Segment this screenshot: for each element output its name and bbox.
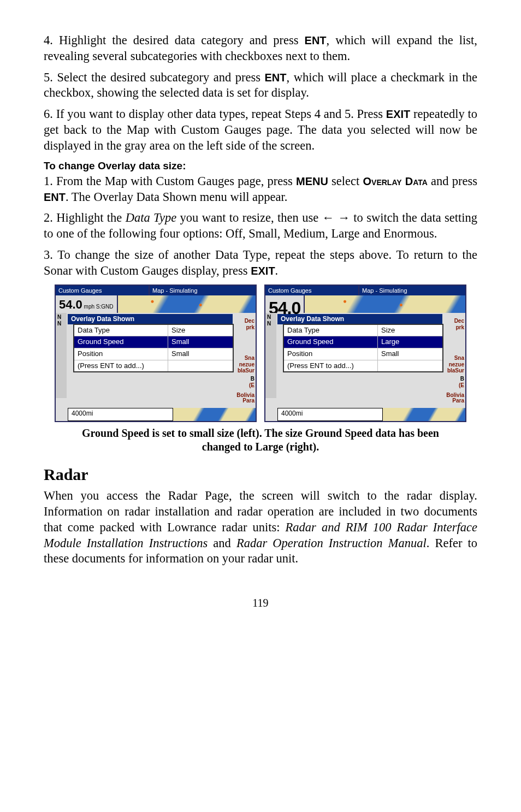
map-label-para: Para [452,398,464,404]
list-item[interactable]: Ground Speed Large [284,336,442,348]
compass-n-right: N N [265,313,276,398]
figure-right-gauge-row: 54.0 Dec prk Sna nezue blaSur B (E Boliv… [265,295,465,313]
map-label-nezue: nezue [239,362,254,368]
figure-left-gauge-row: 54.0 mph S:GND Dec prk Sna nezue blaSur … [56,295,256,313]
row-size: Small [378,348,442,360]
row-size: Small [168,348,233,360]
map-label-prk: prk [246,325,254,330]
ov-step-2-a: 2. Highlight the [44,211,126,224]
map-label-ce: (E [459,383,464,388]
figure-right-map-sliver: Dec prk Sna nezue blaSur B (E Bolivia Pa… [304,295,465,313]
ov-step-1-b: select [328,174,363,188]
subheading-change-overlay-size: To change Overlay data size: [44,159,477,173]
radar-doc-2-title: Radar Operation Instruction Manual [236,536,427,550]
row-name: Position [284,348,378,360]
figure-left-title-map-simulating: Map - Simulating [149,286,256,295]
figure-left-bottom-bar: 4000mi [68,408,256,421]
figure-left-map-sliver: Dec prk Sna nezue blaSur B (E Bolivia Pa… [117,295,256,313]
map-label-ce: (E [249,383,254,388]
ov-step-1-a: 1. From the Map with Custom Gauges page,… [44,174,296,188]
overlay-header-size: Size [168,325,233,336]
ground-speed-value-right: 54.0 [265,295,304,313]
speed-value: 54.0 [59,298,82,311]
radar-paragraph: When you access the Radar Page, the scre… [44,488,477,567]
ov-step-3-b: . [275,264,279,277]
overlay-list-header: Data Type Size [74,325,233,337]
exit-key-2: EXIT [251,265,275,277]
map-label-dec: Dec [454,318,464,324]
ground-speed-value-left: 54.0 mph S:GND [56,295,117,313]
map-label-blasur: blaSur [238,368,254,374]
overlay-list-header: Data Type Size [284,325,442,337]
row-name: (Press ENT to add...) [74,360,168,372]
map-label-dec: Dec [245,318,254,324]
exit-key-1: EXIT [386,108,410,120]
overlay-step-2-paragraph: 2. Highlight the Data Type you want to r… [44,210,477,242]
overlay-header-data-type: Data Type [284,325,378,336]
figure-right-title-custom-gauges: Custom Gauges [265,286,358,295]
overlay-data-shown-title-left: Overlay Data Shown [68,314,233,324]
page-number: 119 [44,596,477,611]
figure-right-titlebar: Custom Gauges Map - Simulating [265,286,465,295]
map-label-b: B [460,376,464,382]
figure-left-body: 54.0 mph S:GND Dec prk Sna nezue blaSur … [56,295,256,421]
figure-left-titlebar: Custom Gauges Map - Simulating [56,286,256,295]
overlay-step-1-paragraph: 1. From the Map with Custom Gauges page,… [44,174,477,205]
step-4-text-a: 4. Highlight the desired data category a… [44,33,305,47]
list-item[interactable]: (Press ENT to add...) [284,360,442,372]
list-item[interactable]: Ground Speed Small [74,336,233,348]
step-5-text-a: 5. Select the desired subcategory and pr… [44,70,265,84]
data-type-italic: Data Type [126,211,176,224]
overlay-list-left: Data Type Size Ground Speed Small Positi… [73,324,234,373]
list-item[interactable]: Position Small [74,348,233,360]
radar-heading: Radar [44,464,477,485]
row-size [378,360,442,372]
map-bottom-strip-left [173,408,256,421]
ent-key-2: ENT [265,72,287,84]
map-label-para: Para [242,398,254,404]
map-label-sna: Sna [245,355,254,361]
ov-step-1-c: and press [428,174,477,188]
row-name: Position [74,348,168,360]
list-item[interactable]: (Press ENT to add...) [74,360,233,372]
overlay-list-right: Data Type Size Ground Speed Large Positi… [283,324,443,373]
row-name: Ground Speed [284,336,378,348]
step-5-paragraph: 5. Select the desired subcategory and pr… [44,70,477,102]
ent-key-1: ENT [305,34,327,46]
figure-right: Custom Gauges Map - Simulating 54.0 Dec … [264,285,466,422]
figure-caption: Ground Speed is set to small size (left)… [66,426,455,454]
map-label-prk: prk [455,325,464,330]
figure-left-title-custom-gauges: Custom Gauges [56,286,149,295]
figure-left: Custom Gauges Map - Simulating 54.0 mph … [55,285,257,422]
row-size [168,360,233,372]
map-label-blasur: blaSur [447,368,464,374]
map-scale-left: 4000mi [68,408,173,421]
overlay-data-key: Overlay Data [363,175,428,187]
overlay-header-data-type: Data Type [74,325,168,336]
compass-n-left: N N [56,313,67,398]
row-name: (Press ENT to add...) [284,360,378,372]
map-scale-right: 4000mi [277,408,383,421]
map-bottom-strip-right [383,408,465,421]
map-label-b: B [251,376,254,382]
menu-key: MENU [296,175,328,187]
row-size: Large [378,336,442,348]
radar-text-b: and [208,536,236,550]
overlay-header-size: Size [378,325,442,336]
row-size: Small [168,336,233,348]
ov-step-1-d: . The Overlay Data Shown menu will appea… [66,190,287,204]
figure-right-bottom-bar: 4000mi [277,408,465,421]
step-4-paragraph: 4. Highlight the desired data category a… [44,33,477,64]
step-6-text-a: 6. If you want to display other data typ… [44,107,386,121]
ent-key-3: ENT [44,191,66,203]
overlay-data-shown-title-right: Overlay Data Shown [277,314,442,324]
overlay-step-3-paragraph: 3. To change the size of another Data Ty… [44,247,477,279]
row-name: Ground Speed [74,336,168,348]
step-6-paragraph: 6. If you want to display other data typ… [44,106,477,153]
figure-right-title-map-simulating: Map - Simulating [358,286,465,295]
map-label-nezue: nezue [449,362,464,368]
speed-unit: mph S:GND [82,304,114,310]
list-item[interactable]: Position Small [284,348,442,360]
figure-right-body: 54.0 Dec prk Sna nezue blaSur B (E Boliv… [265,295,465,421]
figure-pair: Custom Gauges Map - Simulating 54.0 mph … [44,285,477,422]
